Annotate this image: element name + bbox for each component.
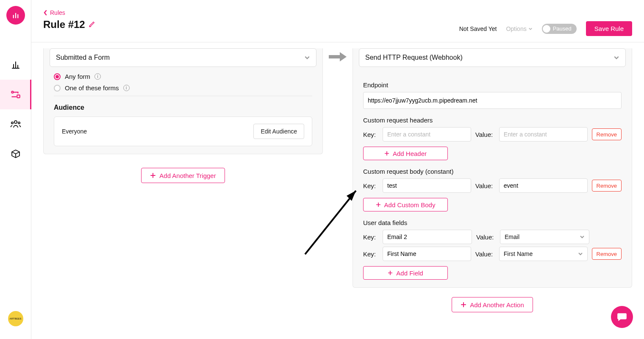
plus-icon [150,172,156,178]
pencil-icon [89,21,95,28]
user-field-value-select[interactable]: First Name [499,247,588,261]
plus-icon [388,270,393,275]
select-value: First Name [504,250,533,257]
plus-icon [384,151,389,156]
automation-icon [10,89,21,100]
radio-one-label: One of these forms [65,84,119,92]
chat-fab[interactable] [611,306,633,328]
trigger-type-label: Submitted a Form [56,54,110,61]
key-label: Key: [363,182,378,189]
breadcrumb-label: Rules [50,9,65,16]
edit-title-button[interactable] [89,21,95,29]
body-heading: Custom request body (constant) [363,168,622,175]
radio-icon [54,85,61,92]
add-body-label: Add Custom Body [384,201,436,208]
chevron-down-icon [528,27,533,31]
svg-point-10 [11,122,13,124]
add-action-label: Add Another Action [470,301,524,308]
bar-chart-icon [12,11,19,19]
box-icon [11,149,21,159]
action-type-label: Send HTTP Request (Webhook) [365,54,463,61]
add-body-button[interactable]: Add Custom Body [363,198,448,211]
plus-icon [376,202,381,207]
user-field-value-select[interactable]: Email [500,230,589,244]
value-label: Value: [475,182,495,189]
nav-analytics[interactable] [0,50,31,80]
artbees-badge[interactable]: ARTBEES [8,311,23,326]
radio-one-of-forms[interactable]: One of these forms i [54,84,312,92]
add-field-label: Add Field [396,270,423,277]
body-key-input[interactable] [383,178,471,193]
chat-icon [616,311,627,322]
header-value-input[interactable] [499,127,588,142]
add-trigger-label: Add Another Trigger [159,172,216,179]
radio-any-label: Any form [65,73,90,80]
audience-heading: Audience [54,104,312,111]
page-title: Rule #12 [43,19,85,31]
save-rule-button[interactable]: Save Rule [586,21,632,36]
action-type-select[interactable]: Send HTTP Request (Webhook) [359,48,626,67]
headers-heading: Custom request headers [363,117,622,124]
select-value: Email [505,233,519,240]
audience-box: Everyone Edit Audience [54,117,312,146]
header-key-input[interactable] [383,127,471,142]
value-label: Value: [475,131,495,138]
body-value-input[interactable] [499,178,588,193]
toggle-label: Paused [553,25,572,32]
header: Rules Rule #12 Not Saved Yet Options [31,0,644,42]
add-header-button[interactable]: Add Header [363,147,448,160]
key-label: Key: [363,250,378,258]
audience-value: Everyone [62,128,87,135]
nav-people[interactable] [0,109,31,139]
user-fields-heading: User data fields [363,219,622,226]
svg-rect-8 [17,95,20,98]
sidebar: ARTBEES [0,0,31,339]
endpoint-label: Endpoint [363,81,622,89]
plus-icon [461,302,466,308]
remove-header-button[interactable]: Remove [592,128,622,140]
chevron-left-icon [43,10,47,16]
options-menu[interactable]: Options [506,25,532,32]
people-icon [10,119,21,129]
action-panel: Send HTTP Request (Webhook) Endpoint Cus… [353,48,632,288]
key-label: Key: [363,131,378,138]
chevron-down-icon [304,55,310,61]
remove-body-button[interactable]: Remove [592,180,622,192]
remove-field-button[interactable]: Remove [592,248,622,260]
key-label: Key: [363,233,378,241]
nav-products[interactable] [0,139,31,169]
add-action-button[interactable]: Add Another Action [452,297,533,312]
trigger-panel: Submitted a Form Any form i One of these… [43,48,323,154]
artbees-label: ARTBEES [10,317,22,320]
toggle-knob [543,25,550,33]
radio-icon [54,73,61,80]
user-field-key-input[interactable] [383,230,472,244]
chevron-down-icon [613,55,619,61]
info-icon[interactable]: i [123,85,130,91]
trigger-type-select[interactable]: Submitted a Form [50,48,316,67]
arrow-right-icon [329,51,347,63]
bar-chart-icon [11,60,21,70]
add-header-label: Add Header [393,150,427,157]
chevron-down-icon [578,251,583,256]
flow-arrow [323,42,353,322]
add-field-button[interactable]: Add Field [363,266,448,280]
value-label: Value: [475,250,495,258]
radio-any-form[interactable]: Any form i [54,73,312,80]
options-label: Options [506,25,526,32]
app-logo[interactable] [6,6,25,25]
breadcrumb[interactable]: Rules [43,9,95,16]
edit-audience-button[interactable]: Edit Audience [253,124,304,139]
value-label: Value: [476,233,496,241]
status-toggle[interactable]: Paused [542,24,577,34]
endpoint-input[interactable] [363,92,622,109]
nav-rules[interactable] [0,80,31,109]
info-icon[interactable]: i [94,73,101,80]
user-field-key-input[interactable] [383,247,471,261]
chevron-down-icon [580,234,585,239]
save-status: Not Saved Yet [459,25,497,32]
svg-point-11 [18,122,19,124]
svg-point-9 [14,121,17,123]
add-trigger-button[interactable]: Add Another Trigger [141,168,225,183]
